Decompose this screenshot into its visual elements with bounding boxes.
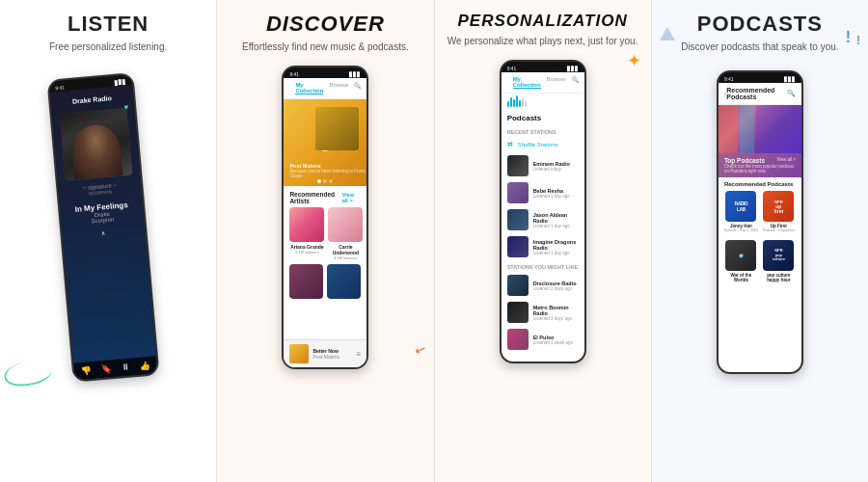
- features-row: LISTEN Free personalized listening. 9:41…: [0, 0, 868, 482]
- station-info-dc: Disclosure Radio Listened 2 days ago: [533, 281, 579, 291]
- podcasts-screen-title: Recommended Podcasts: [726, 87, 787, 100]
- artists-row: Ariana Grande 3.1M listeners Carrie Unde…: [284, 207, 366, 260]
- tab-browse-3[interactable]: Browse: [547, 76, 566, 89]
- station-time-br: Listened 1 day ago: [533, 194, 579, 199]
- rec-podcasts-section: Recommended Podcasts RADIOLAB Jenny Han …: [719, 177, 801, 236]
- station-info-em: Eminem Radio Listened today: [533, 161, 579, 172]
- album-art: [60, 108, 133, 181]
- carousel-dots: [317, 179, 333, 183]
- dislike-icon[interactable]: 👎: [81, 365, 93, 376]
- recommended-artists-header: Recommended Artists View all >: [284, 186, 366, 207]
- station-row-id[interactable]: Imagine Dragons Radio Listened 1 day ago: [502, 233, 584, 260]
- station-thumb-em: [507, 155, 529, 176]
- now-playing-bar[interactable]: Better Now Post Malone ≡: [284, 339, 366, 367]
- equalizer-icon: ≡: [357, 350, 362, 359]
- top-podcasts-header: Top Podcasts View all >: [724, 157, 796, 164]
- discover-title: DISCOVER: [266, 12, 385, 37]
- phone-notch-4: [746, 72, 773, 79]
- station-time-em: Listened today: [533, 167, 579, 172]
- triangle-deco: [660, 27, 675, 40]
- personalization-panel: PERSONALIZATION We personalize what play…: [435, 0, 652, 482]
- signal-4: ▊▊▊: [784, 76, 796, 82]
- podcast-card-radiolab[interactable]: RADIOLAB Jenny Han Episode - Sep 5, 2018: [724, 191, 758, 232]
- podcasts-phone: 9:41 ▊▊▊ ‹ Recommended Podcasts 🔍: [717, 70, 803, 374]
- now-playing-thumb: [289, 344, 309, 363]
- podcast-card-upfirst[interactable]: NPR upfirst Up First Podcast - 3 Episode…: [762, 191, 796, 232]
- time-2: 9:41: [289, 71, 299, 77]
- discover-panel: DISCOVER Effortlessly find new music & p…: [217, 0, 434, 482]
- view-all-top[interactable]: View all >: [777, 157, 796, 164]
- album-bg: [60, 108, 133, 181]
- signal-2: ▊▊▊: [349, 71, 361, 77]
- wotw-label: 🌍: [739, 254, 744, 258]
- station-time-ja: Listened 1 day ago: [533, 224, 579, 228]
- shuffle-row[interactable]: ⇄ Shuffle Stations: [502, 137, 584, 152]
- station-row-br[interactable]: Bebe Rexha Listened 1 day ago: [502, 179, 584, 206]
- listen-phone-container: 9:41 ▊▊▊ Drake Radio ♥ ~ signature ~: [65, 61, 151, 482]
- artist-count-cu: 3.1M listeners: [328, 255, 363, 260]
- station-name-id: Imagine Dragons Radio: [533, 239, 579, 251]
- station-name: Drake Radio: [71, 87, 112, 108]
- station-info-br: Bebe Rexha Listened 1 day ago: [533, 188, 579, 199]
- album-label: SCORPION: [89, 190, 112, 197]
- station-time-dc: Listened 2 days ago: [533, 286, 579, 291]
- tab-browse-2[interactable]: Browse: [329, 82, 348, 94]
- station-thumb-ep: [507, 329, 529, 350]
- signal: ▊▊▊: [115, 79, 126, 86]
- station-time-id: Listened 1 day ago: [533, 251, 579, 255]
- station-row-dc[interactable]: Disclosure Radio Listened 2 days ago: [502, 272, 584, 299]
- view-all-artists[interactable]: View all >: [342, 192, 362, 203]
- search-icon-3[interactable]: 🔍: [572, 76, 579, 89]
- signal-3: ▊▊▊: [567, 66, 579, 71]
- artist-card-ag: Ariana Grande 3.1M listeners: [289, 207, 324, 260]
- station-row-ja[interactable]: Jason Aldean Radio Listened 1 day ago: [502, 206, 584, 233]
- tab-collection-3[interactable]: My Collection: [513, 76, 541, 89]
- excl-1-deco: !: [846, 29, 851, 46]
- waveform: [502, 94, 584, 109]
- now-artist: Post Malone: [312, 354, 352, 360]
- station-name-mb: Metro Boomin Radio: [533, 305, 579, 316]
- artist-count-ag: 3.1M listeners: [289, 250, 324, 254]
- bookmark-icon[interactable]: 🔖: [101, 363, 113, 374]
- teal-arc-deco: [2, 358, 54, 389]
- search-icon-4[interactable]: 🔍: [787, 90, 796, 97]
- station-thumb-ja: [507, 209, 529, 230]
- search-icon-2[interactable]: 🔍: [354, 82, 361, 94]
- podcasts-header-bar: ‹ Recommended Podcasts 🔍: [719, 83, 801, 105]
- listen-panel: LISTEN Free personalized listening. 9:41…: [0, 0, 217, 482]
- station-row-mb[interactable]: Metro Boomin Radio Listened 3 days ago: [502, 299, 584, 326]
- station-time-mb: Listened 3 days ago: [533, 316, 579, 321]
- discover-subtitle: Effortlessly find new music & podcasts.: [242, 40, 409, 53]
- listen-title: LISTEN: [68, 12, 149, 37]
- station-thumb-br: [507, 182, 529, 203]
- station-row-em[interactable]: Eminem Radio Listened today: [502, 152, 584, 179]
- rec-podcasts-row-2: 🌍 War of the Worlds NPRpopculture pop cu…: [719, 236, 801, 284]
- pers-phone-wrapper: 9:41 ▊▊▊ My Collection Browse 🔍: [500, 60, 586, 363]
- station-time-ep: Listened 1 week ago: [533, 340, 579, 345]
- now-playing-info: Better Now Post Malone: [312, 348, 352, 360]
- pers-screen: My Collection Browse 🔍: [502, 72, 584, 362]
- podcasts-phone-wrapper: 9:41 ▊▊▊ ‹ Recommended Podcasts 🔍: [717, 70, 803, 374]
- song-info: In My Feelings Drake Scorpion: [74, 201, 129, 226]
- listen-phone: 9:41 ▊▊▊ Drake Radio ♥ ~ signature ~: [47, 72, 160, 383]
- might-like-label: STATIONS YOU MIGHT LIKE: [502, 260, 584, 272]
- podcast-thumb-wotw: 🌍: [725, 240, 756, 271]
- station-info-id: Imagine Dragons Radio Listened 1 day ago: [533, 239, 579, 255]
- top-podcasts-title: Top Podcasts: [724, 157, 765, 164]
- podcast-thumb-npm: NPRpopculture: [763, 240, 794, 271]
- tab-collection-2[interactable]: My Collection: [295, 82, 323, 94]
- station-row-ep[interactable]: El Pulso Listened 1 week ago: [502, 326, 584, 353]
- rec-podcasts-title: Recommended Podcasts: [724, 181, 796, 187]
- podcasts-panel: PODCASTS Discover podcasts that speak to…: [652, 0, 868, 482]
- hero-info: Post Malone Because you've been listenin…: [289, 163, 366, 178]
- recent-label: RECENT STATIONS: [502, 125, 584, 137]
- podcast-card-npm[interactable]: NPRpopculture pop culture happy hour: [762, 240, 796, 282]
- pause-icon[interactable]: ⏸: [121, 362, 130, 373]
- discover-phone-wrapper: 9:41 ▊▊▊ My Collection Browse 🔍: [282, 66, 368, 369]
- hero-banner: ▶ Post Malone Because you've been listen…: [284, 99, 366, 186]
- listen-subtitle: Free personalized listening.: [49, 40, 167, 53]
- artist-img-ag: [289, 207, 324, 242]
- podcast-card-wotw[interactable]: 🌍 War of the Worlds: [724, 240, 758, 282]
- like-button-icon[interactable]: 👍: [139, 361, 150, 371]
- station-name-dc: Disclosure Radio: [533, 281, 579, 286]
